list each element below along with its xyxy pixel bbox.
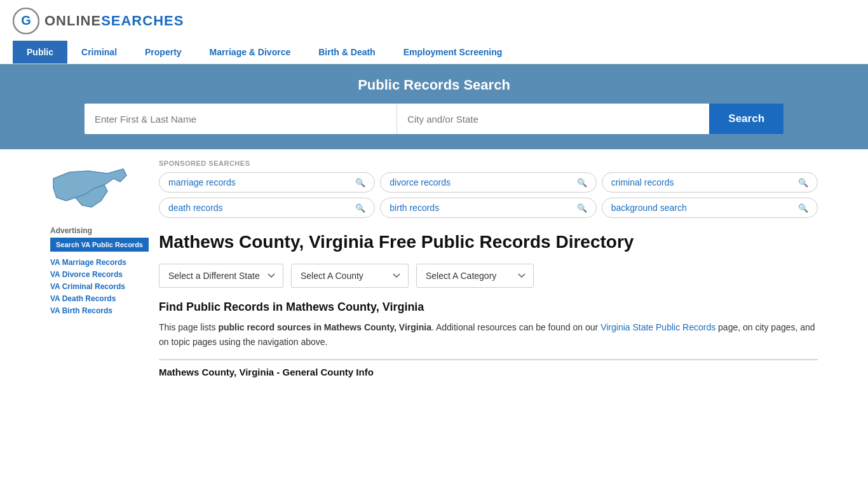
sponsored-label: SPONSORED SEARCHES <box>159 159 818 167</box>
logo-online: ONLINE <box>44 13 101 29</box>
find-text-part2: . Additional resources can be found on o… <box>431 322 600 332</box>
logo-text: ONLINE SEARCHES <box>44 13 184 29</box>
find-public-records-heading: Find Public Records in Mathews County, V… <box>159 301 818 314</box>
search-tags: marriage records 🔍 divorce records 🔍 cri… <box>159 172 818 218</box>
sidebar: Advertising Search VA Public Records VA … <box>50 159 149 488</box>
logo-searches: SEARCHES <box>101 13 184 29</box>
find-text-part1: This page lists <box>159 322 218 332</box>
sidebar-search-va-button[interactable]: Search VA Public Records <box>50 238 149 252</box>
county-dropdown[interactable]: Select A County <box>291 264 409 288</box>
county-info-heading: Mathews County, Virginia - General Count… <box>159 359 818 377</box>
state-dropdown[interactable]: Select a Different State <box>159 264 283 288</box>
search-tag-background[interactable]: background search 🔍 <box>602 198 818 218</box>
sidebar-links: VA Marriage Records VA Divorce Records V… <box>50 257 149 315</box>
name-input[interactable] <box>85 104 397 134</box>
va-birth-link[interactable]: VA Birth Records <box>50 306 112 315</box>
search-tag-death[interactable]: death records 🔍 <box>159 198 375 218</box>
find-text-bold: public record sources in Mathews County,… <box>218 322 431 332</box>
search-icon: 🔍 <box>798 178 808 187</box>
svg-text:G: G <box>21 13 31 27</box>
hero-title: Public Records Search <box>19 77 849 93</box>
nav-item-public[interactable]: Public <box>13 41 67 64</box>
nav-item-marriage-divorce[interactable]: Marriage & Divorce <box>196 41 305 64</box>
search-tag-marriage-text: marriage records <box>168 177 236 187</box>
search-tag-birth[interactable]: birth records 🔍 <box>380 198 596 218</box>
search-icon: 🔍 <box>577 203 587 213</box>
hero-section: Public Records Search Search <box>0 64 868 149</box>
search-tag-criminal-text: criminal records <box>611 177 674 187</box>
search-tag-divorce[interactable]: divorce records 🔍 <box>380 172 596 193</box>
search-tag-marriage[interactable]: marriage records 🔍 <box>159 172 375 193</box>
search-bar: Search <box>85 104 783 134</box>
header: G ONLINE SEARCHES Public Criminal Proper… <box>0 0 868 64</box>
list-item: VA Marriage Records <box>50 257 149 267</box>
search-tag-background-text: background search <box>611 203 687 213</box>
list-item: VA Criminal Records <box>50 281 149 291</box>
main-wrapper: Advertising Search VA Public Records VA … <box>40 149 828 488</box>
advertising-label: Advertising <box>50 226 149 235</box>
nav-item-birth-death[interactable]: Birth & Death <box>304 41 389 64</box>
search-tag-death-text: death records <box>168 203 223 213</box>
content-area: SPONSORED SEARCHES marriage records 🔍 di… <box>159 159 818 488</box>
va-divorce-link[interactable]: VA Divorce Records <box>50 270 123 279</box>
va-criminal-link[interactable]: VA Criminal Records <box>50 282 125 291</box>
list-item: VA Death Records <box>50 293 149 303</box>
search-tag-criminal[interactable]: criminal records 🔍 <box>602 172 818 193</box>
page-title: Mathews County, Virginia Free Public Rec… <box>159 231 818 254</box>
nav-item-criminal[interactable]: Criminal <box>67 41 131 64</box>
search-icon: 🔍 <box>355 178 365 187</box>
va-death-link[interactable]: VA Death Records <box>50 294 116 303</box>
search-tag-divorce-text: divorce records <box>390 177 451 187</box>
search-icon: 🔍 <box>577 178 587 187</box>
dropdowns-row: Select a Different State Select A County… <box>159 264 818 288</box>
va-marriage-link[interactable]: VA Marriage Records <box>50 258 126 267</box>
find-public-records-text: This page lists public record sources in… <box>159 320 818 349</box>
va-map-icon <box>50 159 133 217</box>
nav-item-employment[interactable]: Employment Screening <box>390 41 517 64</box>
search-button[interactable]: Search <box>709 104 783 134</box>
main-nav: Public Criminal Property Marriage & Divo… <box>13 41 855 64</box>
logo-icon: G <box>13 8 39 34</box>
list-item: VA Birth Records <box>50 305 149 315</box>
virginia-state-link[interactable]: Virginia State Public Records <box>600 322 715 332</box>
city-input[interactable] <box>397 104 709 134</box>
search-tag-birth-text: birth records <box>390 203 439 213</box>
search-icon: 🔍 <box>798 203 808 213</box>
nav-item-property[interactable]: Property <box>131 41 196 64</box>
logo-area: G ONLINE SEARCHES <box>13 8 855 34</box>
list-item: VA Divorce Records <box>50 269 149 279</box>
category-dropdown[interactable]: Select A Category <box>416 264 534 288</box>
search-icon: 🔍 <box>355 203 365 213</box>
